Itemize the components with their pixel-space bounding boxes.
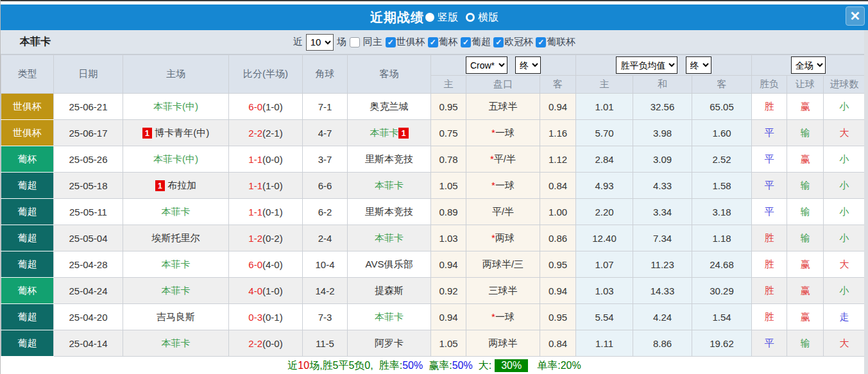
handicap-line-cell: 五球半 [466, 94, 540, 120]
same-home-checkbox[interactable] [350, 37, 360, 47]
filter-bar: 本菲卡 近 10 场 同主 ✓ 世俱杯 ✓ 葡杯 ✓ 葡超 ✓ 欧冠杯 ✓ 葡联… [1, 30, 868, 55]
score-cell: 1-2(0-2) [229, 225, 303, 251]
score-cell: 2-2(2-1) [229, 120, 303, 146]
table-row: 葡超 25-05-04 埃斯托里尔 1-2(0-2) 2-4 本菲卡 1.03 … [1, 225, 865, 251]
score-cell: 6-0(1-0) [229, 94, 303, 120]
avg-away-odds: 3.18 [692, 199, 752, 225]
league-filter-label[interactable]: 葡杯 [439, 36, 458, 48]
away-team-name: 本菲卡 [375, 180, 404, 191]
competition-type-cell: 葡超 [1, 330, 54, 357]
away-team-name: 里斯本竞技 [365, 206, 413, 217]
home-team-name: 埃斯托里尔 [152, 232, 200, 243]
league-filter-item[interactable]: ✓ 葡杯 [428, 36, 458, 48]
scope-select[interactable]: 全场 [791, 56, 826, 74]
handicap-home-odds: 1.03 [431, 225, 466, 251]
avg-draw-odds: 14.33 [633, 278, 692, 304]
avg-home-odds: 4.93 [576, 173, 633, 199]
result-wdl: 平 [765, 153, 774, 164]
odds-time-select-1[interactable]: 终 [515, 56, 541, 74]
match-count-select[interactable]: 10 [306, 34, 334, 51]
radio-horizontal-icon[interactable] [466, 13, 475, 22]
league-filter-list: ✓ 世俱杯 ✓ 葡杯 ✓ 葡超 ✓ 欧冠杯 ✓ 葡联杯 [386, 36, 576, 49]
full-time-score: 4-0 [248, 285, 262, 296]
table-row: 葡超 25-04-28 本菲卡 6-0(4-0) 10-4 AVS俱乐部 0.9… [1, 251, 865, 278]
home-team-name: 吉马良斯 [157, 311, 195, 322]
header-home: 主场 [123, 55, 229, 94]
league-filter-item[interactable]: ✓ 葡超 [461, 36, 491, 48]
checkbox-checked-icon[interactable]: ✓ [536, 37, 546, 47]
avg-away-odds: 1.58 [692, 173, 752, 199]
date-cell: 25-05-18 [54, 173, 123, 199]
footer-big-label: 大: [479, 359, 491, 373]
competition-type-cell: 葡超 [1, 251, 54, 278]
red-card-badge: 1 [398, 128, 408, 139]
league-filter-item[interactable]: ✓ 欧冠杯 [493, 36, 533, 48]
avg-home-odds: 1.01 [576, 94, 633, 120]
handicap-home-odds: 0.89 [431, 199, 466, 225]
result-wdl: 胜 [765, 311, 774, 322]
checkbox-checked-icon[interactable]: ✓ [386, 37, 396, 47]
radio-vertical-selected-icon[interactable] [425, 13, 434, 22]
page-title: 近期战绩 [370, 9, 424, 26]
radio-vertical-label[interactable]: 竖版 [438, 11, 458, 24]
corner-cell: 7-3 [303, 304, 348, 330]
date-cell: 25-05-04 [54, 225, 123, 251]
full-time-score: 1-1 [248, 207, 262, 217]
result-wdl-cell: 胜 [752, 225, 787, 251]
league-filter-item[interactable]: ✓ 世俱杯 [386, 36, 425, 48]
result-wdl: 平 [765, 180, 774, 191]
league-filter-label[interactable]: 世俱杯 [396, 36, 425, 48]
away-team-cell: 本菲卡1 [348, 120, 431, 146]
handicap-line-cell: 两球半 [466, 330, 540, 357]
home-team-cell: 本菲卡 [123, 278, 229, 304]
home-team-name: 本菲卡(中) [153, 153, 198, 164]
avg-draw-odds: 3.09 [633, 146, 692, 173]
result-handicap-cell: 赢 [787, 304, 824, 330]
footer-handicap-rate-value: 50% [452, 360, 473, 371]
home-team-name: 本菲卡 [162, 206, 191, 217]
result-goals: 小 [840, 206, 849, 217]
result-wdl-cell: 平 [752, 146, 787, 173]
avg-type-select[interactable]: 胜平负均值 [616, 56, 677, 74]
half-time-score: (1-0) [262, 285, 283, 296]
result-handicap-cell: 赢 [787, 94, 824, 120]
home-team-cell: 本菲卡(中) [123, 94, 229, 120]
result-handicap-cell: 赢 [787, 278, 824, 304]
league-filter-label[interactable]: 葡超 [472, 36, 491, 48]
handicap-home-odds: 0.94 [431, 251, 466, 278]
league-filter-label[interactable]: 欧冠杯 [504, 36, 533, 48]
league-filter-item[interactable]: ✓ 葡联杯 [536, 36, 575, 48]
recent-results-popup: 近期战绩 竖版 横版 ✕ 本菲卡 近 10 场 同主 ✓ 世俱杯 ✓ 葡杯 ✓ … [0, 0, 868, 374]
away-team-name: 提森斯 [375, 285, 404, 296]
scope-group-header: 全场 [752, 55, 865, 76]
subheader-handicap-line: 盘口 [466, 76, 540, 94]
handicap-line-cell: 平/半 [466, 199, 540, 225]
result-goals: 大 [840, 259, 849, 269]
home-team-cell: 1 博卡青年(中) [123, 120, 229, 146]
competition-type-cell: 葡杯 [1, 278, 54, 304]
odds-company-select[interactable]: Crow* [466, 56, 507, 74]
same-home-label[interactable]: 同主 [363, 36, 382, 48]
avg-away-odds: 65.05 [692, 94, 752, 120]
result-wdl: 胜 [765, 259, 774, 269]
close-icon[interactable]: ✕ [846, 6, 865, 26]
corner-cell: 11-5 [303, 330, 348, 357]
checkbox-checked-icon[interactable]: ✓ [428, 37, 438, 47]
red-card-badge: 1 [142, 128, 152, 139]
result-handicap-cell: 输 [787, 330, 824, 357]
home-team-cell: 本菲卡 [123, 199, 229, 225]
checkbox-checked-icon[interactable]: ✓ [493, 37, 504, 47]
half-time-score: (2-1) [262, 128, 283, 139]
handicap-home-odds: 0.92 [431, 278, 466, 304]
games-label: 场 [337, 36, 346, 48]
away-team-cell: AVS俱乐部 [348, 251, 431, 278]
header-away: 客场 [348, 55, 431, 94]
odds-time-select-2[interactable]: 终 [686, 56, 711, 74]
home-team-cell: 埃斯托里尔 [123, 225, 229, 251]
league-filter-label[interactable]: 葡联杯 [547, 36, 575, 48]
radio-horizontal-label[interactable]: 横版 [478, 11, 498, 24]
checkbox-checked-icon[interactable]: ✓ [461, 37, 471, 47]
result-handicap-cell: 输 [787, 199, 824, 225]
result-goals-cell: 小 [824, 146, 865, 173]
scrollbar-track[interactable] [864, 30, 868, 374]
